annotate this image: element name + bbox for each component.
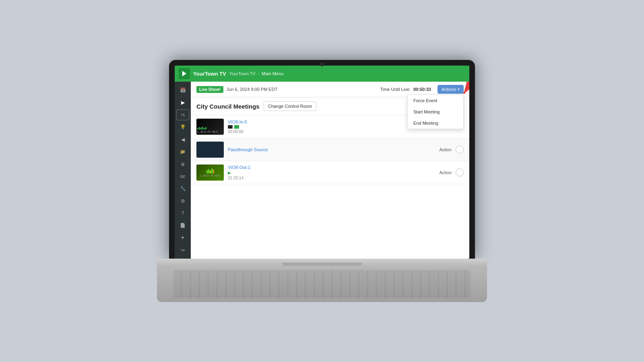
vio8-out-thumb-content: L -40.0 • R -40.0 xyxy=(200,169,221,177)
source-name-vio8-out-1: VIO8-Out-1 xyxy=(228,165,435,170)
sidebar-icon-badge[interactable]: 75 xyxy=(176,109,189,120)
sidebar-icon-wrench[interactable]: 🔧 xyxy=(176,183,189,194)
laptop-base xyxy=(157,259,487,266)
sidebar-icon-document[interactable]: 📄 xyxy=(176,220,189,231)
source-row-passthrough: Passthrough Source Action xyxy=(191,138,469,161)
sidebar-icon-lightbulb[interactable]: 💡 xyxy=(176,122,189,133)
meter-bar-1 xyxy=(197,128,198,130)
live-badge: Live Show! xyxy=(196,86,223,93)
breadcrumb: YourTown TV › Main Menu xyxy=(229,71,284,76)
meter-bar-4 xyxy=(202,127,203,130)
source-row-vio8-out-1: L -40.0 • R -40.0 VIO8-Out-1 ▶ 31:25:14 xyxy=(191,161,469,184)
breadcrumb-separator: › xyxy=(258,72,259,76)
laptop-screen: YourTown TV YourTown TV › Main Menu xyxy=(175,66,469,259)
keyboard-keys xyxy=(173,270,471,298)
svg-marker-0 xyxy=(182,71,187,76)
app-container: YourTown TV YourTown TV › Main Menu xyxy=(175,66,469,259)
source-thumbnail-passthrough xyxy=(196,142,224,158)
sidebar: 📅 ▶ 75 💡 ◀ 📁 🖥 CC 🔧 ⚙ ? 📄 ✦ ↪ xyxy=(175,82,191,259)
source-time-vio8-in-5: 00:00:00 xyxy=(228,130,464,134)
out-bar-5 xyxy=(213,170,214,173)
sidebar-icon-video[interactable]: ▶ xyxy=(176,97,189,108)
meter-bar-2 xyxy=(199,127,200,130)
source-list: L -40.0 • R -40.0 VIO8-In-5 00:00:00 xyxy=(191,115,469,259)
dropdown-item-end-meeting[interactable]: End Meeting xyxy=(408,117,463,129)
action-circle-passthrough[interactable] xyxy=(456,146,464,154)
meter-label: L -40.0 • R -40.0 xyxy=(197,130,223,133)
brand-name: YourTown TV xyxy=(193,71,226,77)
meter-bar-3 xyxy=(200,128,202,130)
action-label-passthrough: Action xyxy=(439,147,452,152)
action-label-vio8-out-1: Action xyxy=(439,170,452,175)
source-thumbnail-vio8-out-1: L -40.0 • R -40.0 xyxy=(196,165,224,181)
out-bar-4 xyxy=(211,169,213,173)
dropdown-item-force-event[interactable]: Force Event xyxy=(408,95,463,106)
out-bar-1 xyxy=(206,170,208,173)
source-time-vio8-out-1: 31:25:14 xyxy=(228,176,435,180)
laptop-keyboard xyxy=(157,266,487,302)
breadcrumb-mainmenu[interactable]: Main Menu xyxy=(262,71,283,76)
sidebar-icon-gear[interactable]: ⚙ xyxy=(176,195,189,206)
actions-button[interactable]: Actions ▾ xyxy=(438,85,464,94)
source-info-vio8-out-1: VIO8-Out-1 ▶ 31:25:14 xyxy=(228,165,435,180)
sidebar-icon-help[interactable]: ? xyxy=(176,208,189,219)
play-icon: ▶ xyxy=(228,171,231,175)
sidebar-icon-calendar[interactable]: 📅 xyxy=(176,85,189,96)
meter-bar-6 xyxy=(205,127,206,130)
app-logo xyxy=(179,68,190,79)
play-logo-icon xyxy=(181,70,188,77)
out-bar-3 xyxy=(210,171,211,173)
source-name-passthrough: Passthrough Source xyxy=(228,147,435,152)
out-bar-2 xyxy=(208,169,209,173)
live-bar: Live Show! Jun 6, 2024 9:00 PM EDT Time … xyxy=(191,82,469,97)
page-title: City Council Meetings xyxy=(196,103,260,110)
camera-notch xyxy=(320,62,324,66)
sidebar-icon-star[interactable]: ✦ xyxy=(176,232,189,243)
breadcrumb-yourtown[interactable]: YourTown TV xyxy=(229,71,256,76)
action-circle-vio8-out-1[interactable] xyxy=(456,169,464,177)
ctrl-green-icon xyxy=(234,125,239,129)
actions-wrapper: Actions ▾ Force Event Start Meeting End … xyxy=(438,85,464,94)
live-date: Jun 6, 2024 9:00 PM EDT xyxy=(227,87,278,92)
sidebar-icon-exit[interactable]: ↪ xyxy=(176,245,189,255)
sidebar-icon-navigation[interactable]: ◀ xyxy=(176,134,189,145)
main-content: 📅 ▶ 75 💡 ◀ 📁 🖥 CC 🔧 ⚙ ? 📄 ✦ ↪ xyxy=(175,82,469,259)
content-area: Live Show! Jun 6, 2024 9:00 PM EDT Time … xyxy=(191,82,469,259)
sidebar-icon-screen[interactable]: 🖥 xyxy=(176,159,189,170)
time-until: Time Until Live: 00:50:33 xyxy=(380,87,431,92)
out-meter-bars xyxy=(206,169,214,173)
vio8-out-controls: ▶ xyxy=(228,171,435,175)
source-info-passthrough: Passthrough Source xyxy=(228,147,435,152)
out-meter-label: L -40.0 • R -40.0 xyxy=(200,174,221,177)
meter-bar-5 xyxy=(204,128,205,130)
sidebar-icon-cc[interactable]: CC xyxy=(176,171,189,182)
change-control-room-button[interactable]: Change Control Room xyxy=(264,101,316,111)
source-thumbnail-vio8-in-5: L -40.0 • R -40.0 xyxy=(196,119,224,135)
actions-dropdown-menu: Force Event Start Meeting End Meeting xyxy=(407,95,464,129)
ctrl-black-icon xyxy=(228,125,233,129)
sidebar-icon-folder[interactable]: 📁 xyxy=(176,146,189,157)
meter-bars xyxy=(197,126,223,130)
dropdown-item-start-meeting[interactable]: Start Meeting xyxy=(408,106,463,117)
top-header: YourTown TV YourTown TV › Main Menu xyxy=(175,66,469,82)
chevron-down-icon: ▾ xyxy=(458,87,460,91)
